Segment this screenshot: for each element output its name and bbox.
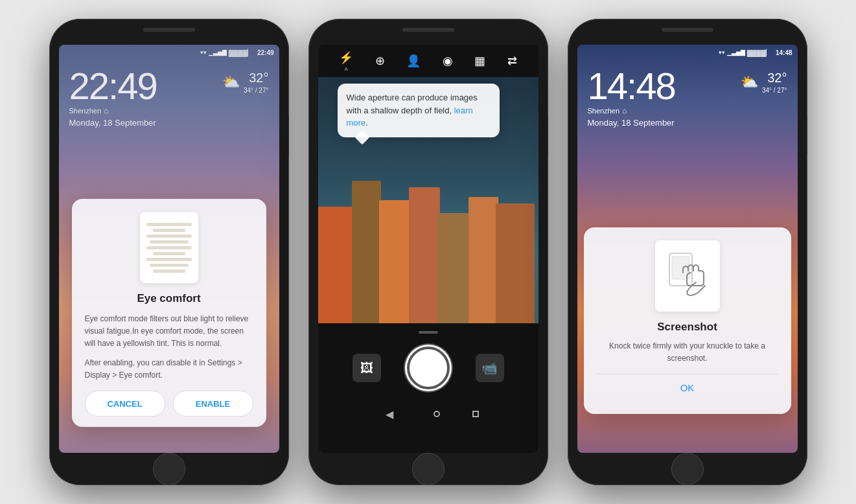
time-display-3: 14:48 [776, 49, 792, 56]
phone-2-screen: ⚡ A ⊕ 👤 ◉ ▦ ⇄ Wide aperture can produce … [318, 45, 538, 453]
ok-button[interactable]: OK [597, 374, 778, 401]
knuckle-svg [666, 250, 708, 302]
building-5 [437, 213, 471, 323]
screenshot-dialog: Screenshot Knock twice firmly with your … [584, 227, 791, 414]
home-button-1[interactable] [153, 453, 185, 485]
building-3 [379, 200, 411, 323]
building-6 [468, 197, 498, 323]
clock-time-3: 14:48 [588, 67, 675, 105]
phone-1-screen: ▾▾ ▁▃▅▇ ▓▓▓▓▏ 22:49 22:49 Shenzhen ⌂ Mon… [59, 45, 279, 453]
switch-control[interactable]: ⇄ [507, 54, 517, 68]
aperture-icon: ⊕ [375, 54, 385, 68]
phone-3-screen: ▾▾ ▁▃▅▇ ▓▓▓▓▏ 14:48 14:48 Shenzhen ⌂ Mon… [577, 45, 798, 453]
shutter-button[interactable] [407, 347, 450, 389]
eye-comfort-buttons: CANCEL ENABLE [85, 391, 253, 417]
film-control[interactable]: ▦ [474, 54, 485, 68]
phone-2: ⚡ A ⊕ 👤 ◉ ▦ ⇄ Wide aperture can produce … [308, 19, 548, 485]
flash-label: A [345, 66, 348, 72]
building-1 [318, 207, 354, 323]
face-control[interactable]: 👤 [406, 54, 421, 68]
flash-icon: ⚡ [339, 51, 353, 65]
hdr-icon: ◉ [443, 54, 453, 68]
weather-widget-3: ⛅ 32° 34° / 27° [741, 71, 787, 94]
dialog-overlay-1: Eye comfort Eye comfort mode filters out… [59, 45, 279, 453]
flash-control[interactable]: ⚡ A [339, 51, 353, 72]
signal-icon-3: ▁▃▅▇ [727, 49, 745, 56]
video-button[interactable]: 📹 [476, 354, 504, 382]
location-icon-3: ⌂ [622, 106, 627, 115]
screenshot-illustration [597, 240, 778, 312]
home-button-3[interactable] [671, 453, 704, 485]
wifi-icon-3: ▾▾ [719, 49, 725, 56]
eye-comfort-illustration [85, 212, 253, 283]
home-circle[interactable] [434, 411, 440, 417]
building-7 [496, 203, 535, 323]
eye-comfort-body2: After enabling, you can disable it in Se… [85, 357, 253, 382]
cancel-button[interactable]: CANCEL [85, 391, 165, 417]
camera-tooltip: Wide aperture can produce images with a … [338, 84, 500, 137]
back-button[interactable]: ◀ [378, 402, 401, 426]
weather-info-3: 32° 34° / 27° [762, 71, 787, 94]
screenshot-body: Knock twice firmly with your knuckle to … [597, 340, 778, 365]
building-4 [409, 187, 440, 323]
battery-icon-3: ▓▓▓▓▏ [747, 49, 771, 56]
phone-3-bottom [568, 453, 807, 485]
camera-bottom: 🖼 📹 ◀ [318, 323, 538, 453]
face-icon: 👤 [406, 54, 421, 68]
building-2 [352, 181, 381, 323]
phone-2-bottom [308, 453, 548, 485]
eye-comfort-dialog: Eye comfort Eye comfort mode filters out… [72, 199, 266, 427]
status-bar-3: ▾▾ ▁▃▅▇ ▓▓▓▓▏ 14:48 [577, 45, 798, 60]
hdr-control[interactable]: ◉ [443, 54, 453, 68]
amsterdam-buildings [318, 161, 538, 323]
knuckle-image [655, 240, 720, 312]
clock-widget-3: 14:48 Shenzhen ⌂ Monday, 18 September [588, 67, 675, 128]
home-button-2[interactable] [412, 453, 445, 485]
video-icon: 📹 [481, 360, 498, 376]
switch-icon: ⇄ [507, 54, 517, 68]
camera-nav: ◀ [378, 402, 479, 426]
eye-comfort-body1: Eye comfort mode filters out blue light … [85, 313, 253, 350]
phone-1: ▾▾ ▁▃▅▇ ▓▓▓▓▏ 22:49 22:49 Shenzhen ⌂ Mon… [49, 19, 289, 485]
gallery-button[interactable]: 🖼 [353, 354, 381, 382]
mode-indicator [419, 331, 438, 334]
back-icon: ◀ [386, 408, 393, 420]
phone-3: ▾▾ ▁▃▅▇ ▓▓▓▓▏ 14:48 14:48 Shenzhen ⌂ Mon… [568, 19, 807, 485]
screenshot-title: Screenshot [597, 321, 778, 334]
eye-comfort-image [140, 212, 198, 283]
eye-comfort-title: Eye comfort [85, 292, 253, 305]
clock-location-3: Shenzhen ⌂ [588, 106, 675, 115]
recent-square[interactable] [472, 411, 479, 417]
tooltip-end: . [365, 118, 368, 128]
status-icons-3: ▾▾ ▁▃▅▇ ▓▓▓▓▏ 14:48 [719, 49, 792, 56]
phone-1-bottom [49, 453, 289, 485]
clock-date-3: Monday, 18 September [588, 118, 675, 128]
camera-topbar: ⚡ A ⊕ 👤 ◉ ▦ ⇄ [318, 45, 538, 77]
camera-controls: 🖼 📹 [353, 347, 504, 389]
enable-button[interactable]: ENABLE [173, 391, 253, 417]
film-icon: ▦ [474, 54, 485, 68]
weather-cloud-3: ⛅ [741, 74, 758, 91]
gallery-icon: 🖼 [360, 361, 373, 376]
aperture-control[interactable]: ⊕ [375, 54, 385, 68]
